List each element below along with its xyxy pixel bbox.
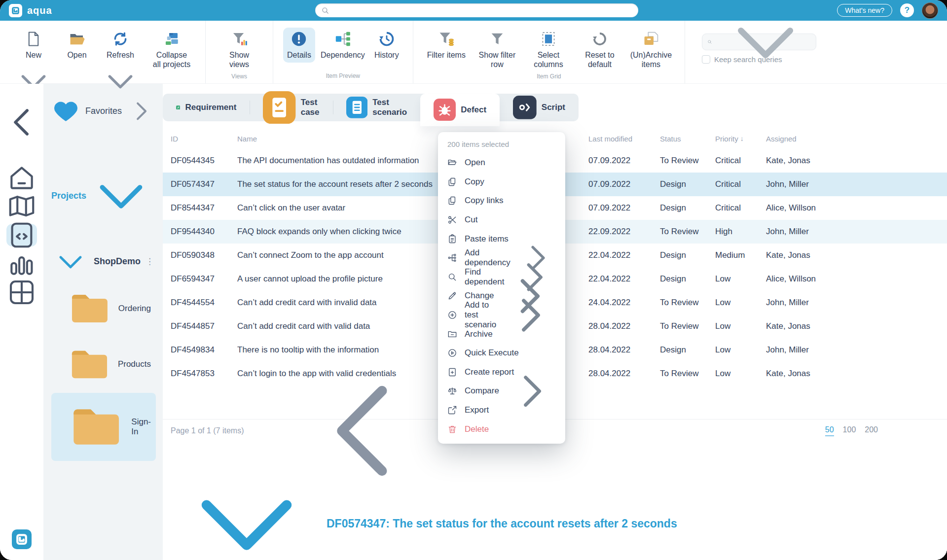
whats-new-button[interactable]: What's new? xyxy=(837,4,892,17)
context-menu-item[interactable]: Cut xyxy=(438,210,565,230)
page-size-option[interactable]: 100 xyxy=(843,425,856,436)
column-header-status[interactable]: Status xyxy=(660,135,715,143)
ribbon-search-group: Keep search queries xyxy=(685,21,816,83)
sort-desc-icon: ↓ xyxy=(740,135,744,142)
cell-priority: Critical xyxy=(715,156,766,166)
ribbon-group-views: Show views Views xyxy=(206,21,273,83)
project-folder[interactable]: Sign-In xyxy=(51,393,156,461)
context-menu-item-label: Export xyxy=(465,405,489,415)
cell-status: Design xyxy=(660,250,715,260)
keep-search-checkbox[interactable] xyxy=(702,55,710,64)
cell-id: DF9544340 xyxy=(171,227,237,237)
context-menu-item-label: Cut xyxy=(465,215,477,225)
project-tree-root[interactable]: ShopDemo ⋮ xyxy=(51,244,156,280)
ribbon-button[interactable]: Details xyxy=(283,28,315,63)
cell-last-modified: 28.04.2022 xyxy=(588,345,660,355)
chevron-down-icon[interactable] xyxy=(720,0,811,87)
cell-status: Design xyxy=(660,203,715,213)
ribbon-button[interactable]: Filter items xyxy=(423,28,470,63)
user-avatar[interactable] xyxy=(922,2,938,19)
cell-id: DF6594347 xyxy=(171,274,237,284)
ribbon-group-label: Item Preview xyxy=(273,71,413,83)
ribbon-button[interactable]: Reset to default xyxy=(576,28,623,72)
page-size-option[interactable]: 200 xyxy=(865,425,878,436)
ribbon-button[interactable]: Show filter row xyxy=(474,28,521,72)
ribbon-button[interactable]: Open xyxy=(61,28,93,63)
ribbon-button[interactable]: Show views xyxy=(216,28,263,72)
context-menu-item[interactable]: Copy links xyxy=(438,191,565,210)
report-icon xyxy=(447,367,457,377)
search-icon xyxy=(707,38,712,46)
rail-nav-item[interactable] xyxy=(6,195,37,218)
cell-id: DF4544554 xyxy=(171,298,237,308)
rail-nav-item[interactable] xyxy=(6,281,37,304)
cell-priority: Medium xyxy=(715,250,766,260)
ribbon-button[interactable]: (Un)Archive items xyxy=(627,28,675,72)
cell-id: DF8544347 xyxy=(171,203,237,213)
kebab-menu-icon[interactable]: ⋮ xyxy=(146,256,156,267)
project-folder[interactable]: Products xyxy=(51,337,156,392)
item-type-tab[interactable]: Defect xyxy=(420,94,500,126)
context-menu-item[interactable]: Open xyxy=(438,153,565,173)
cell-assigned: Kate, Jonas xyxy=(766,369,940,379)
rail-nav-item[interactable] xyxy=(6,252,37,275)
help-button[interactable]: ? xyxy=(900,3,914,17)
global-search[interactable] xyxy=(315,3,638,17)
copy-icon xyxy=(447,177,457,187)
map-icon xyxy=(6,191,37,222)
column-header-last-modified[interactable]: Last modified xyxy=(588,135,660,143)
ribbon-button[interactable]: Refresh xyxy=(97,28,144,106)
collapse-sidebar-icon[interactable] xyxy=(0,101,43,144)
context-menu-item-label: Paste items xyxy=(465,234,509,244)
ribbon-group-actions: New Open Refresh Collapse all pr xyxy=(0,21,206,83)
cell-priority: Low xyxy=(715,321,766,331)
pagination-summary: Page 1 of 1 (7 items) xyxy=(171,426,244,435)
grid-search[interactable] xyxy=(702,34,816,50)
tab-defect-icon xyxy=(434,99,456,121)
ribbon-button[interactable]: Dependency xyxy=(319,28,366,63)
context-menu-item-label: Find dependent xyxy=(465,267,504,287)
global-search-input[interactable] xyxy=(333,6,632,14)
tab-script-icon xyxy=(513,96,537,119)
funnel-chart-icon xyxy=(231,31,248,47)
chevron-down-icon[interactable] xyxy=(52,244,89,280)
item-type-tab[interactable]: Requirement xyxy=(163,94,250,121)
item-type-tabs: Requirement Test case Test scenario xyxy=(163,94,579,121)
tab-label: Defect xyxy=(461,105,486,115)
open-folder-icon xyxy=(69,31,85,47)
column-header-priority[interactable]: Priority↓ xyxy=(715,135,766,143)
cell-id: DF4549834 xyxy=(171,345,237,355)
context-menu-item-label: Copy links xyxy=(465,196,503,206)
column-header-assigned[interactable]: Assigned xyxy=(766,135,940,143)
tab-label: Script xyxy=(542,103,565,112)
history-icon xyxy=(378,31,395,47)
ribbon-button[interactable]: Select columns xyxy=(525,28,572,72)
brand-name: aqua xyxy=(27,5,52,16)
cell-status: To Review xyxy=(660,321,715,331)
details-icon xyxy=(291,31,307,47)
item-type-tab[interactable]: Test case xyxy=(250,94,332,121)
ribbon-button-label: Select columns xyxy=(529,50,568,69)
context-menu-item[interactable]: Delete xyxy=(438,420,565,439)
context-menu-item[interactable]: Compare xyxy=(438,382,565,401)
ribbon-button-label: Collapse all projects xyxy=(152,50,191,69)
ribbon-button[interactable]: Collapse all projects xyxy=(148,28,195,72)
context-menu-item[interactable]: Quick Execute xyxy=(438,344,565,363)
app-window: aqua What's new? ? New xyxy=(0,0,947,560)
tab-requirement-icon xyxy=(176,105,180,109)
rail-nav-item[interactable] xyxy=(6,167,37,189)
ribbon-button[interactable]: History xyxy=(370,28,403,63)
column-header-id[interactable]: ID xyxy=(171,135,237,143)
item-type-tab[interactable]: Test scenario xyxy=(333,94,421,121)
projects-section-header[interactable]: Projects xyxy=(51,161,156,231)
chevron-down-icon[interactable] xyxy=(86,161,156,231)
home-icon xyxy=(6,163,37,193)
collapse-detail-icon[interactable] xyxy=(173,450,321,560)
pencil-icon xyxy=(447,291,457,301)
cell-status: To Review xyxy=(660,298,715,308)
rail-nav-item[interactable] xyxy=(6,224,37,246)
project-folder[interactable]: Ordering xyxy=(51,281,156,336)
page-size-option[interactable]: 50 xyxy=(825,425,834,436)
context-menu-item[interactable]: Copy xyxy=(438,173,565,192)
item-type-tab[interactable]: Script xyxy=(500,94,579,121)
